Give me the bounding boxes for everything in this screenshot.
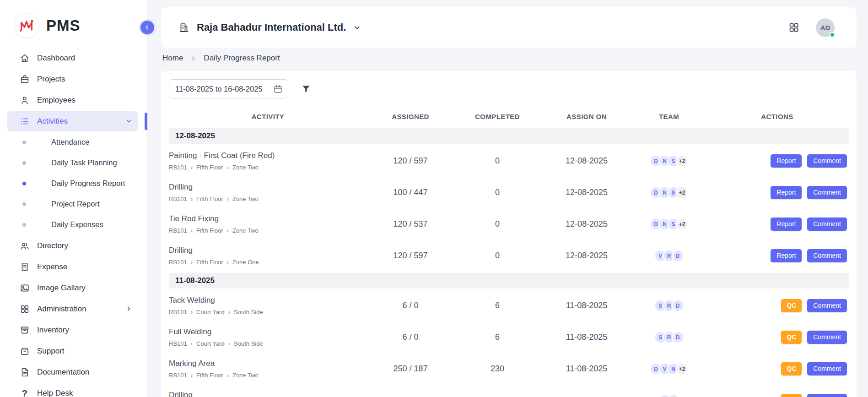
assigned-value: 6 / 0 xyxy=(367,332,454,342)
sidebar-item-label: Dashboard xyxy=(37,54,132,63)
activity-path: RB101›Fifth Floor›Zone Two xyxy=(169,196,361,202)
comment-button[interactable]: Comment xyxy=(807,331,847,344)
activity-cell: Painting - First Coat (Fire Red)RB101›Fi… xyxy=(169,151,367,171)
sidebar-subitem-daily-expenses[interactable]: Daily Expenses xyxy=(0,214,147,235)
administration-icon xyxy=(19,304,30,315)
chevron-right-icon xyxy=(125,305,132,312)
apps-grid-icon[interactable] xyxy=(788,22,799,33)
assign-on-value: 11-08-2025 xyxy=(541,364,632,374)
sidebar-subitem-project-report[interactable]: Project Report xyxy=(0,194,147,214)
sidebar-item-documentation[interactable]: Documentation xyxy=(7,362,138,382)
report-button[interactable]: Report xyxy=(771,249,802,262)
column-header-completed: COMPLETED xyxy=(454,113,541,120)
chevron-down-icon xyxy=(353,24,361,32)
app-logo-icon xyxy=(14,13,39,38)
team-avatars[interactable]: SRD xyxy=(632,331,706,343)
activity-name: Drilling xyxy=(169,246,361,255)
chevron-right-icon: › xyxy=(191,309,193,315)
sidebar-item-image-gallary[interactable]: Image Gallary xyxy=(7,277,138,298)
sidebar-subitem-daily-progress-report[interactable]: Daily Progress Report xyxy=(0,173,147,194)
breadcrumb-home[interactable]: Home xyxy=(162,54,183,63)
completed-value: 6 xyxy=(454,332,541,342)
group-date-header: 11-08-2025 xyxy=(169,273,849,288)
team-avatars[interactable]: DNS+2 xyxy=(632,186,706,199)
sidebar-item-directory[interactable]: Directory xyxy=(7,235,138,256)
sidebar-item-administration[interactable]: Administration xyxy=(7,299,138,319)
topbar: Raja Bahadur International Ltd. AD xyxy=(161,7,857,48)
sidebar-item-label: Help Desk xyxy=(37,389,132,397)
comment-button[interactable]: Comment xyxy=(807,154,847,168)
comment-button[interactable]: Comment xyxy=(807,394,847,397)
sidebar-item-help-desk[interactable]: ?Help Desk xyxy=(7,383,138,397)
comment-button[interactable]: Comment xyxy=(807,249,847,262)
qc-button[interactable]: QC xyxy=(781,394,802,397)
path-segment: Fifth Floor xyxy=(196,164,223,171)
team-avatars[interactable]: DNS+2 xyxy=(632,218,706,230)
comment-button[interactable]: Comment xyxy=(807,186,847,199)
report-button[interactable]: Report xyxy=(771,186,802,199)
team-avatar: D xyxy=(672,299,684,312)
sidebar-subitem-label: Daily Progress Report xyxy=(51,179,125,188)
sidebar-item-projects[interactable]: Projects xyxy=(7,69,138,89)
documentation-icon xyxy=(19,367,30,378)
team-avatars[interactable]: NR xyxy=(632,394,706,397)
chevron-right-icon: › xyxy=(191,341,193,347)
team-avatars[interactable]: DVN+2 xyxy=(632,363,706,375)
activity-name: Full Welding xyxy=(169,327,361,337)
qc-button[interactable]: QC xyxy=(781,331,802,344)
filter-icon[interactable] xyxy=(301,84,311,94)
activity-cell: DrillingRB101›Fifth Floor›Zone Two xyxy=(169,183,367,202)
chevron-right-icon: › xyxy=(227,164,229,170)
comment-button[interactable]: Comment xyxy=(807,218,847,231)
assign-on-value: 11-08-2025 xyxy=(541,301,632,310)
path-segment: Zone One xyxy=(232,259,259,266)
completed-value: 0 xyxy=(454,188,541,197)
activity-cell: Full WeldingRB101›Court Yard›South Side xyxy=(169,327,367,347)
sidebar-item-employees[interactable]: Employees xyxy=(7,90,138,110)
sidebar-item-support[interactable]: Support xyxy=(7,341,138,361)
report-button[interactable]: Report xyxy=(771,218,802,231)
path-segment: RB101 xyxy=(169,196,187,202)
sidebar-subitem-label: Project Report xyxy=(51,200,99,208)
sidebar-item-label: Inventory xyxy=(37,326,132,335)
column-header-activity: ACTIVITY xyxy=(169,113,367,120)
bullet-icon xyxy=(22,182,26,185)
projects-icon xyxy=(19,74,30,85)
comment-button[interactable]: Comment xyxy=(807,362,847,375)
actions-cell: QCComment xyxy=(706,299,849,312)
team-avatars[interactable]: VRD xyxy=(632,250,706,262)
qc-button[interactable]: QC xyxy=(781,362,802,375)
date-range-input[interactable]: 11-08-2025 to 16-08-2025 xyxy=(169,79,288,98)
assigned-value: 120 / 537 xyxy=(367,219,454,229)
assigned-value: 120 / 597 xyxy=(367,251,454,261)
sidebar-item-inventory[interactable]: Inventory xyxy=(7,320,138,340)
gallery-icon xyxy=(19,283,30,294)
support-icon xyxy=(19,346,30,357)
sidebar-item-expense[interactable]: Expense xyxy=(7,256,138,277)
comment-button[interactable]: Comment xyxy=(807,299,847,312)
activity-cell: Tack WeldingRB101›Court Yard›South Side xyxy=(169,296,367,315)
team-avatars[interactable]: DNS+2 xyxy=(632,155,706,167)
filter-row: 11-08-2025 to 16-08-2025 xyxy=(169,79,849,98)
column-header-team: TEAM xyxy=(632,113,706,120)
report-button[interactable]: Report xyxy=(771,154,802,168)
sidebar-subitem-daily-task-planning[interactable]: Daily Task Planning xyxy=(0,152,147,173)
sidebar-collapse-button[interactable] xyxy=(139,19,156,36)
bullet-icon xyxy=(22,161,26,165)
team-extra-badge: +2 xyxy=(676,363,688,375)
user-avatar[interactable]: AD xyxy=(816,18,835,37)
activity-cell: DrillingRB101›Fifth Floor›Zone One xyxy=(169,246,367,266)
actions-cell: ReportComment xyxy=(706,154,849,168)
path-segment: RB101 xyxy=(169,164,187,171)
sidebar-item-dashboard[interactable]: Dashboard xyxy=(7,48,138,68)
qc-button[interactable]: QC xyxy=(781,299,802,312)
assign-on-value: 12-08-2025 xyxy=(541,219,632,229)
team-avatars[interactable]: SRD xyxy=(632,299,706,312)
sidebar-item-activities[interactable]: Activities xyxy=(7,111,138,131)
company-selector[interactable]: Raja Bahadur International Ltd. xyxy=(178,22,361,33)
group-date-header: 12-08-2025 xyxy=(169,128,849,144)
sidebar-subitem-attendance[interactable]: Attendance xyxy=(0,132,147,152)
path-segment: Fifth Floor xyxy=(196,196,223,202)
employees-icon xyxy=(19,95,30,106)
path-segment: Zone Two xyxy=(232,227,259,234)
